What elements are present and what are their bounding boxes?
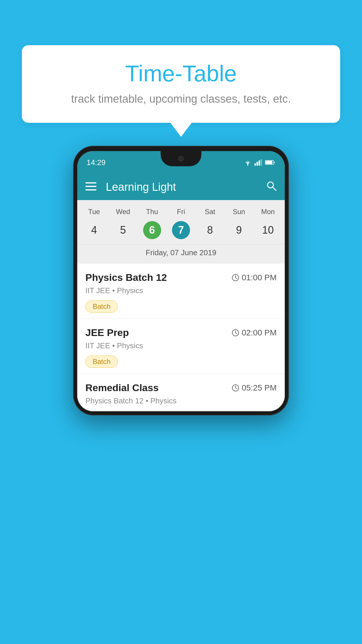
app-title: Learning Light [106, 181, 266, 193]
calendar-strip: Tue Wed Thu Fri Sat Sun Mon 4 5 6 7 [77, 200, 285, 264]
svg-line-18 [236, 333, 237, 334]
schedule-item-1-header: Physics Batch 12 01:00 PM [85, 272, 277, 283]
selected-date-label: Friday, 07 June 2019 [77, 244, 285, 261]
bubble-title: Time-Table [39, 61, 323, 86]
date-6-circle: 6 [143, 221, 161, 239]
status-icons [243, 159, 275, 166]
app-bar: Learning Light [77, 174, 285, 200]
phone-screen: 14:29 [77, 151, 285, 411]
dates-row: 4 5 6 7 8 9 10 [77, 218, 285, 242]
time-label-1: 01:00 PM [242, 273, 277, 282]
svg-line-21 [236, 388, 237, 389]
clock-icon-3 [232, 384, 239, 392]
date-10[interactable]: 10 [254, 218, 282, 242]
svg-rect-7 [274, 162, 275, 163]
day-label-wed: Wed [108, 205, 137, 218]
schedule-item-3-header: Remedial Class 05:25 PM [85, 382, 277, 393]
svg-line-12 [273, 187, 276, 190]
speech-bubble-container: Time-Table track timetable, upcoming cla… [22, 45, 340, 123]
svg-rect-4 [261, 159, 262, 166]
svg-point-0 [247, 164, 248, 166]
schedule-item-1[interactable]: Physics Batch 12 01:00 PM IIT JEE • Phys… [77, 264, 285, 319]
date-6[interactable]: 6 [138, 218, 166, 242]
bubble-subtitle: track timetable, upcoming classes, tests… [39, 93, 323, 105]
svg-rect-8 [85, 182, 96, 183]
phone-frame: 14:29 [73, 146, 289, 415]
schedule-item-2-header: JEE Prep 02:00 PM [85, 327, 277, 338]
status-time: 14:29 [87, 158, 106, 167]
day-label-sat: Sat [196, 205, 224, 218]
schedule-item-3[interactable]: Remedial Class 05:25 PM Physics Batch 12… [77, 374, 285, 411]
status-bar: 14:29 [77, 151, 285, 174]
day-label-sun: Sun [224, 205, 253, 218]
svg-rect-10 [85, 189, 96, 190]
svg-line-15 [236, 278, 237, 279]
schedule-item-2[interactable]: JEE Prep 02:00 PM IIT JEE • Physics Batc… [77, 319, 285, 374]
battery-icon [265, 160, 275, 165]
schedule-title-1: Physics Batch 12 [85, 272, 167, 283]
day-label-mon: Mon [254, 205, 282, 218]
clock-icon-1 [232, 274, 239, 281]
time-label-3: 05:25 PM [242, 383, 277, 393]
day-label-thu: Thu [138, 205, 166, 218]
svg-rect-9 [85, 186, 96, 187]
phone-container: 14:29 [73, 146, 289, 415]
schedule-time-2: 02:00 PM [232, 328, 277, 337]
day-label-tue: Tue [80, 205, 108, 218]
schedule-time-3: 05:25 PM [232, 383, 277, 393]
svg-rect-1 [254, 163, 256, 166]
schedule-meta-3: Physics Batch 12 • Physics [85, 396, 277, 405]
schedule-meta-1: IIT JEE • Physics [85, 286, 277, 295]
hamburger-icon[interactable] [85, 182, 96, 192]
days-row: Tue Wed Thu Fri Sat Sun Mon [77, 205, 285, 218]
date-7[interactable]: 7 [166, 218, 195, 242]
clock-icon-2 [232, 329, 239, 337]
search-icon[interactable] [266, 181, 277, 194]
time-label-2: 02:00 PM [242, 328, 277, 337]
svg-rect-2 [256, 162, 258, 166]
svg-rect-3 [259, 160, 260, 166]
wifi-icon [243, 159, 252, 166]
date-5[interactable]: 5 [108, 218, 137, 242]
signal-icon [254, 159, 263, 166]
schedule-time-1: 01:00 PM [232, 273, 277, 282]
speech-bubble: Time-Table track timetable, upcoming cla… [22, 45, 340, 123]
schedule-title-2: JEE Prep [85, 327, 129, 338]
date-8[interactable]: 8 [196, 218, 224, 242]
date-9[interactable]: 9 [224, 218, 253, 242]
notch-cutout [161, 151, 201, 166]
date-7-circle: 7 [172, 221, 190, 239]
batch-badge-2: Batch [85, 356, 118, 368]
schedule-list: Physics Batch 12 01:00 PM IIT JEE • Phys… [77, 264, 285, 411]
svg-rect-6 [266, 161, 273, 164]
schedule-meta-2: IIT JEE • Physics [85, 341, 277, 350]
batch-badge-1: Batch [85, 300, 118, 313]
front-camera [178, 156, 184, 162]
day-label-fri: Fri [166, 205, 195, 218]
schedule-title-3: Remedial Class [85, 382, 159, 393]
date-4[interactable]: 4 [80, 218, 108, 242]
